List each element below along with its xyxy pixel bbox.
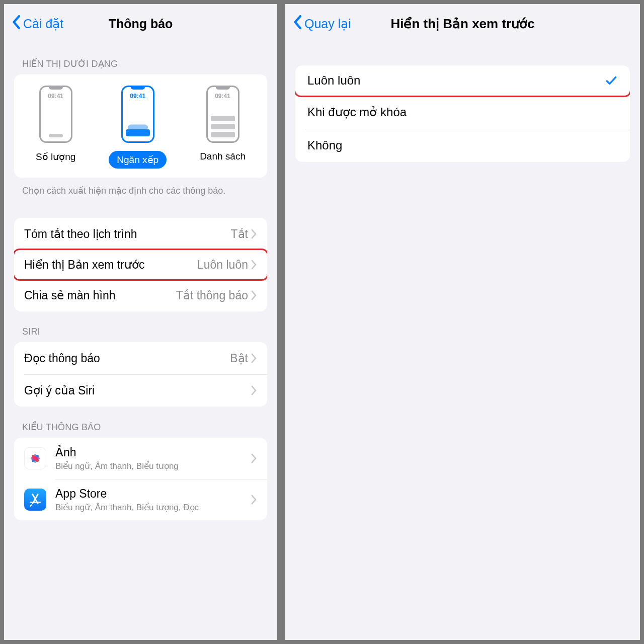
phone-count-icon: 09:41 <box>39 86 72 143</box>
chevron-right-icon <box>251 495 257 505</box>
page-title: Hiển thị Bản xem trước <box>390 16 534 32</box>
back-label: Quay lại <box>304 17 351 31</box>
option-when-unlocked[interactable]: Khi được mở khóa <box>295 96 630 129</box>
settings-group-siri: Đọc thông báo Bật Gợi ý của Siri <box>14 342 267 407</box>
chevron-left-icon <box>292 15 302 33</box>
section-header-display-as: HIỂN THỊ DƯỚI DẠNG <box>4 43 277 74</box>
display-option-label: Số lượng <box>36 151 75 163</box>
section-header-siri: SIRI <box>4 311 277 342</box>
display-option-label: Danh sách <box>200 151 246 162</box>
navbar: Cài đặt Thông báo <box>4 4 277 43</box>
back-button[interactable]: Cài đặt <box>11 4 63 43</box>
chevron-right-icon <box>251 353 257 363</box>
row-app-appstore[interactable]: App Store Biểu ngữ, Âm thanh, Biểu tượng… <box>14 479 267 520</box>
chevron-right-icon <box>251 385 257 395</box>
display-option-count[interactable]: 09:41 Số lượng <box>36 86 75 169</box>
settings-group-apps: Ảnh Biểu ngữ, Âm thanh, Biểu tượng App S… <box>14 438 267 520</box>
option-always[interactable]: Luôn luôn <box>295 65 630 97</box>
phone-stack-icon: 09:41 <box>121 86 154 143</box>
notifications-settings-screen: Cài đặt Thông báo HIỂN THỊ DƯỚI DẠNG 09:… <box>0 0 281 644</box>
display-option-stack[interactable]: 09:41 Ngăn xếp <box>109 86 167 169</box>
display-as-picker: 09:41 Số lượng 09:41 Ngăn xếp 09:41 Danh… <box>14 74 267 178</box>
appstore-app-icon <box>24 489 46 511</box>
display-as-caption: Chọn cách xuất hiện mặc định cho các thô… <box>4 178 277 197</box>
phone-list-icon: 09:41 <box>206 86 239 143</box>
row-announce-notifications[interactable]: Đọc thông báo Bật <box>14 342 267 374</box>
app-sub: Biểu ngữ, Âm thanh, Biểu tượng <box>55 461 251 471</box>
checkmark-icon <box>605 74 618 87</box>
back-label: Cài đặt <box>23 17 63 31</box>
chevron-right-icon <box>251 260 257 270</box>
photos-app-icon <box>24 447 46 469</box>
row-show-previews[interactable]: Hiển thị Bản xem trước Luôn luôn <box>14 249 267 281</box>
row-siri-suggestions[interactable]: Gợi ý của Siri <box>14 374 267 407</box>
chevron-right-icon <box>251 453 257 463</box>
section-header-notification-style: KIỂU THÔNG BÁO <box>4 407 277 438</box>
app-name: Ảnh <box>55 446 251 460</box>
preview-options-group: Luôn luôn Khi được mở khóa Không <box>295 65 630 162</box>
display-option-label: Ngăn xếp <box>109 151 167 169</box>
show-previews-screen: Quay lại Hiển thị Bản xem trước Luôn luô… <box>281 0 644 644</box>
chevron-right-icon <box>251 229 257 239</box>
svg-line-12 <box>30 505 31 507</box>
chevron-right-icon <box>251 290 257 300</box>
row-app-photos[interactable]: Ảnh Biểu ngữ, Âm thanh, Biểu tượng <box>14 438 267 479</box>
option-never[interactable]: Không <box>295 129 630 162</box>
chevron-left-icon <box>11 15 21 33</box>
display-option-list[interactable]: 09:41 Danh sách <box>200 86 246 169</box>
row-scheduled-summary[interactable]: Tóm tắt theo lịch trình Tắt <box>14 218 267 250</box>
row-screen-sharing[interactable]: Chia sẻ màn hình Tắt thông báo <box>14 279 267 311</box>
app-sub: Biểu ngữ, Âm thanh, Biểu tượng, Đọc <box>55 502 251 513</box>
app-name: App Store <box>55 487 251 501</box>
navbar: Quay lại Hiển thị Bản xem trước <box>285 4 640 43</box>
back-button[interactable]: Quay lại <box>292 4 351 43</box>
settings-group-main: Tóm tắt theo lịch trình Tắt Hiển thị Bản… <box>14 218 267 311</box>
page-title: Thông báo <box>109 17 173 31</box>
